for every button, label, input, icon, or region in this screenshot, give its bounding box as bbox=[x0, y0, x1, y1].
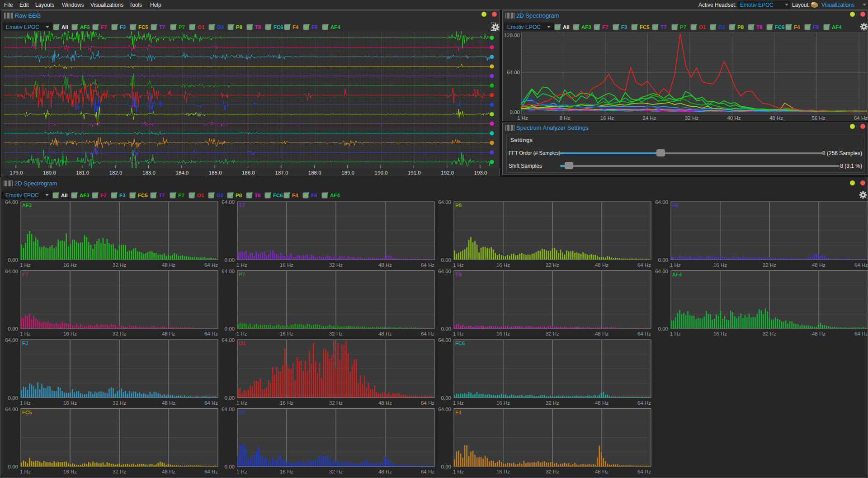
svg-text:48 Hz: 48 Hz bbox=[378, 469, 392, 474]
svg-text:0.00: 0.00 bbox=[225, 395, 235, 401]
svg-text:64.00: 64.00 bbox=[222, 269, 235, 274]
svg-text:48 Hz: 48 Hz bbox=[812, 331, 826, 336]
svg-text:32 Hz: 32 Hz bbox=[329, 469, 343, 474]
svg-text:16 Hz: 16 Hz bbox=[496, 469, 510, 474]
svg-text:32 Hz: 32 Hz bbox=[763, 262, 776, 268]
svg-text:64.00: 64.00 bbox=[438, 407, 451, 412]
svg-text:1 Hz: 1 Hz bbox=[20, 469, 31, 474]
svg-text:16 Hz: 16 Hz bbox=[713, 262, 727, 268]
svg-text:48 Hz: 48 Hz bbox=[595, 331, 609, 336]
svg-text:48 Hz: 48 Hz bbox=[162, 331, 175, 336]
svg-text:0.00: 0.00 bbox=[8, 464, 18, 469]
svg-text:F4: F4 bbox=[455, 410, 462, 415]
svg-text:16 Hz: 16 Hz bbox=[63, 400, 77, 406]
svg-text:1 Hz: 1 Hz bbox=[453, 262, 464, 268]
svg-text:16 Hz: 16 Hz bbox=[713, 331, 727, 336]
svg-text:P7: P7 bbox=[239, 272, 245, 277]
svg-text:64 Hz: 64 Hz bbox=[204, 400, 218, 406]
svg-text:0.00: 0.00 bbox=[441, 395, 451, 401]
svg-text:F8: F8 bbox=[672, 203, 678, 208]
svg-text:32 Hz: 32 Hz bbox=[546, 262, 559, 268]
svg-text:32 Hz: 32 Hz bbox=[113, 262, 126, 268]
svg-text:64.00: 64.00 bbox=[222, 199, 235, 205]
svg-text:1 Hz: 1 Hz bbox=[453, 469, 464, 474]
svg-text:O1: O1 bbox=[239, 341, 245, 346]
svg-text:1 Hz: 1 Hz bbox=[236, 331, 247, 336]
svg-text:64.00: 64.00 bbox=[5, 199, 18, 205]
svg-text:64 Hz: 64 Hz bbox=[637, 469, 651, 474]
svg-text:F7: F7 bbox=[22, 272, 28, 277]
svg-text:16 Hz: 16 Hz bbox=[496, 262, 510, 268]
svg-text:O2: O2 bbox=[239, 410, 245, 415]
svg-text:0.00: 0.00 bbox=[441, 326, 451, 331]
svg-text:64 Hz: 64 Hz bbox=[204, 331, 218, 336]
svg-text:0.00: 0.00 bbox=[8, 257, 18, 263]
svg-text:32 Hz: 32 Hz bbox=[546, 331, 559, 336]
svg-text:0.00: 0.00 bbox=[8, 395, 18, 401]
svg-text:64.00: 64.00 bbox=[222, 407, 235, 412]
svg-text:64.00: 64.00 bbox=[5, 269, 18, 274]
svg-text:1 Hz: 1 Hz bbox=[20, 400, 31, 406]
svg-text:64 Hz: 64 Hz bbox=[421, 469, 434, 474]
svg-text:0.00: 0.00 bbox=[441, 257, 451, 263]
svg-text:64 Hz: 64 Hz bbox=[421, 262, 434, 268]
svg-text:64 Hz: 64 Hz bbox=[421, 331, 434, 336]
svg-text:1 Hz: 1 Hz bbox=[20, 262, 31, 268]
svg-text:32 Hz: 32 Hz bbox=[329, 400, 343, 406]
svg-text:48 Hz: 48 Hz bbox=[162, 262, 175, 268]
svg-text:FC5: FC5 bbox=[22, 410, 32, 415]
svg-text:16 Hz: 16 Hz bbox=[63, 262, 77, 268]
svg-text:16 Hz: 16 Hz bbox=[280, 262, 293, 268]
svg-text:64.00: 64.00 bbox=[5, 407, 18, 412]
svg-text:1 Hz: 1 Hz bbox=[670, 262, 681, 268]
svg-text:32 Hz: 32 Hz bbox=[546, 400, 559, 406]
svg-text:64 Hz: 64 Hz bbox=[854, 331, 868, 336]
svg-text:48 Hz: 48 Hz bbox=[162, 400, 175, 406]
svg-text:32 Hz: 32 Hz bbox=[113, 469, 126, 474]
svg-text:AF4: AF4 bbox=[672, 272, 682, 277]
svg-text:1 Hz: 1 Hz bbox=[453, 400, 464, 406]
svg-text:64 Hz: 64 Hz bbox=[637, 400, 651, 406]
svg-text:0.00: 0.00 bbox=[225, 257, 235, 263]
svg-text:0.00: 0.00 bbox=[658, 326, 668, 331]
svg-text:FC6: FC6 bbox=[455, 341, 465, 346]
svg-text:16 Hz: 16 Hz bbox=[63, 331, 77, 336]
svg-text:32 Hz: 32 Hz bbox=[113, 400, 126, 406]
svg-text:48 Hz: 48 Hz bbox=[378, 331, 392, 336]
svg-text:64 Hz: 64 Hz bbox=[421, 400, 434, 406]
svg-text:1 Hz: 1 Hz bbox=[20, 331, 31, 336]
svg-text:64.00: 64.00 bbox=[5, 337, 18, 343]
svg-text:64.00: 64.00 bbox=[438, 199, 451, 205]
svg-text:32 Hz: 32 Hz bbox=[329, 262, 343, 268]
svg-text:1 Hz: 1 Hz bbox=[236, 469, 247, 474]
svg-text:16 Hz: 16 Hz bbox=[496, 400, 510, 406]
svg-text:32 Hz: 32 Hz bbox=[763, 331, 776, 336]
svg-text:P8: P8 bbox=[455, 203, 462, 208]
svg-text:1 Hz: 1 Hz bbox=[236, 400, 247, 406]
svg-text:64 Hz: 64 Hz bbox=[854, 262, 868, 268]
svg-text:16 Hz: 16 Hz bbox=[280, 400, 293, 406]
svg-text:64 Hz: 64 Hz bbox=[637, 262, 651, 268]
svg-text:16 Hz: 16 Hz bbox=[63, 469, 77, 474]
svg-text:AF3: AF3 bbox=[22, 203, 32, 208]
svg-text:64 Hz: 64 Hz bbox=[204, 469, 218, 474]
svg-text:1 Hz: 1 Hz bbox=[453, 331, 464, 336]
svg-text:T7: T7 bbox=[239, 203, 245, 208]
svg-text:48 Hz: 48 Hz bbox=[595, 400, 609, 406]
svg-text:16 Hz: 16 Hz bbox=[280, 331, 293, 336]
svg-text:0.00: 0.00 bbox=[8, 326, 18, 331]
svg-text:64 Hz: 64 Hz bbox=[637, 331, 651, 336]
svg-text:32 Hz: 32 Hz bbox=[546, 469, 559, 474]
svg-text:64.00: 64.00 bbox=[438, 269, 451, 274]
svg-text:64.00: 64.00 bbox=[438, 337, 451, 343]
svg-text:48 Hz: 48 Hz bbox=[812, 262, 826, 268]
svg-text:1 Hz: 1 Hz bbox=[236, 262, 247, 268]
svg-text:48 Hz: 48 Hz bbox=[162, 469, 175, 474]
svg-text:48 Hz: 48 Hz bbox=[378, 262, 392, 268]
svg-text:0.00: 0.00 bbox=[441, 464, 451, 469]
svg-text:48 Hz: 48 Hz bbox=[595, 469, 609, 474]
svg-text:64.00: 64.00 bbox=[655, 199, 668, 205]
svg-text:32 Hz: 32 Hz bbox=[329, 331, 343, 336]
svg-text:1 Hz: 1 Hz bbox=[670, 331, 681, 336]
svg-text:16 Hz: 16 Hz bbox=[280, 469, 293, 474]
